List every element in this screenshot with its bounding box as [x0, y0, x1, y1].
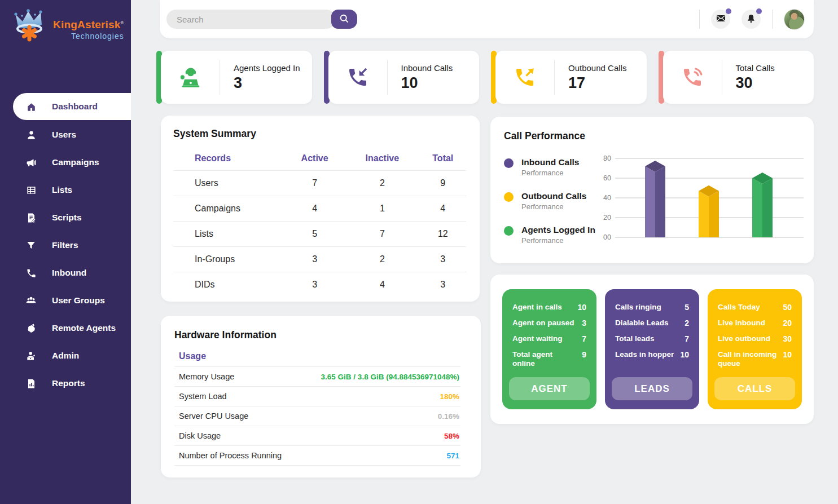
- svg-text:60: 60: [603, 174, 611, 182]
- column-header: Inactive: [345, 148, 420, 171]
- column-header: Active: [284, 148, 345, 171]
- live-status-card: Agent in calls 10 Agent on paused 3 Agen…: [490, 275, 814, 424]
- panel-value: 30: [783, 334, 792, 343]
- stat-value: 3: [234, 74, 300, 92]
- sidebar-item-label: Campaigns: [52, 157, 99, 167]
- user-icon: [25, 129, 37, 140]
- hardware-label: Memory Usage: [179, 372, 234, 381]
- panel-label: Total leads: [615, 334, 655, 343]
- funnel-icon: [25, 240, 37, 251]
- list-icon: [25, 184, 37, 196]
- panel-label: Agent in calls: [512, 303, 562, 312]
- sidebar-item-inbound[interactable]: Inbound: [0, 259, 131, 286]
- sidebar-item-scripts[interactable]: Scripts: [0, 204, 131, 231]
- panel-value: 7: [582, 334, 586, 343]
- user-group-icon: [25, 295, 37, 306]
- search-input[interactable]: [166, 10, 336, 29]
- panel-row: Agent in calls 10: [512, 303, 586, 312]
- sidebar-item-remote-agents[interactable]: Remote Agents: [0, 315, 131, 342]
- hardware-title: Hardware Information: [174, 329, 460, 341]
- chart-title: Call Performance: [504, 130, 814, 142]
- sidebar-item-users[interactable]: Users: [0, 121, 131, 148]
- mail-icon: [716, 13, 726, 25]
- stat-card-total-calls[interactable]: Total Calls 30: [659, 51, 814, 104]
- sidebar-item-lists[interactable]: Lists: [0, 176, 131, 204]
- cell: 2: [345, 171, 420, 196]
- stat-value: 10: [401, 74, 453, 92]
- system-summary-table: Records Active Inactive Total Users729 C…: [173, 148, 466, 297]
- sidebar-item-reports[interactable]: Reports: [0, 370, 131, 397]
- remote-agent-icon: [25, 322, 37, 334]
- legend-subtitle: Performance: [521, 202, 586, 211]
- cell: 3: [420, 272, 466, 298]
- legend-dot: [504, 192, 514, 202]
- sidebar-item-label: Dashboard: [52, 101, 98, 112]
- panel-value: 10: [680, 350, 689, 359]
- stat-card-agents-logged-in[interactable]: Agents Logged In 3: [156, 51, 312, 104]
- calls-button[interactable]: CALLS: [714, 377, 795, 400]
- cell: 4: [284, 196, 345, 222]
- legend-name: Agents Logged In: [521, 225, 595, 235]
- svg-text:20: 20: [603, 214, 611, 222]
- cell: Lists: [173, 222, 284, 247]
- cell: 12: [420, 222, 466, 247]
- messages-button[interactable]: [711, 10, 730, 29]
- agent-button[interactable]: AGENT: [509, 377, 590, 400]
- system-summary-title: System Summary: [173, 128, 466, 140]
- notification-dot: [726, 8, 731, 14]
- cell: In-Groups: [173, 247, 284, 272]
- panel-value: 50: [783, 303, 792, 312]
- phone-outgoing-icon: [495, 66, 554, 89]
- panel-label: Leads in hopper: [615, 350, 674, 359]
- stat-value: 30: [736, 74, 775, 92]
- avatar[interactable]: [784, 9, 805, 30]
- legend-dot: [504, 158, 514, 168]
- sidebar-item-admin[interactable]: Admin: [0, 342, 131, 369]
- bell-icon: [746, 14, 756, 25]
- sidebar-item-filters[interactable]: Filters: [0, 232, 131, 259]
- divider: [772, 10, 773, 29]
- logo-name: KingAsterisk®: [53, 19, 124, 31]
- stat-label: Agents Logged In: [234, 63, 300, 73]
- admin-icon: [25, 350, 37, 361]
- cell: 1: [345, 196, 420, 222]
- hardware-value: 0.16%: [438, 412, 459, 421]
- cell: 3: [284, 247, 345, 272]
- notifications-button[interactable]: [742, 10, 761, 29]
- sidebar-item-user-groups[interactable]: User Groups: [0, 287, 131, 314]
- panel-row: Calls ringing 5: [615, 303, 689, 312]
- divider: [699, 10, 700, 29]
- search-button[interactable]: [331, 10, 357, 29]
- legend-item: Outbound Calls Performance: [504, 191, 595, 211]
- legend-item: Agents Logged In Performance: [504, 225, 595, 245]
- sidebar-item-label: Users: [52, 130, 76, 140]
- topbar: [160, 0, 814, 38]
- sidebar-item-dashboard[interactable]: Dashboard: [13, 93, 131, 120]
- hardware-label: Number of Process Running: [179, 451, 282, 460]
- table-row: Users729: [173, 171, 466, 196]
- cell: 2: [345, 247, 420, 272]
- logo-subname: Technologies: [71, 32, 124, 41]
- sidebar-item-label: Reports: [52, 378, 85, 388]
- stat-value: 17: [568, 74, 626, 92]
- registered-mark: ®: [121, 20, 124, 25]
- panel-value: 10: [783, 350, 792, 368]
- panel-row: Dialable Leads 2: [615, 319, 689, 328]
- leads-button[interactable]: LEADS: [612, 377, 692, 400]
- notification-dot: [756, 8, 762, 14]
- panel-row: Live inbound 20: [718, 319, 792, 328]
- search-bar: [166, 10, 357, 29]
- svg-text:40: 40: [603, 194, 611, 202]
- panel-label: Calls Today: [718, 303, 760, 312]
- cell: 4: [345, 272, 420, 298]
- cell: 7: [345, 222, 420, 247]
- stat-card-outbound-calls[interactable]: Outbound Calls 17: [491, 51, 647, 104]
- cell: Users: [173, 171, 284, 196]
- sidebar-item-campaigns[interactable]: Campaigns: [0, 149, 131, 176]
- call-performance-card: Call Performance Inbound Calls Performan…: [490, 117, 814, 263]
- panel-value: 20: [783, 319, 792, 328]
- stat-card-inbound-calls[interactable]: Inbound Calls 10: [324, 51, 480, 104]
- usage-section-header: Usage: [174, 341, 460, 367]
- cell: 9: [420, 171, 466, 196]
- hardware-row: Disk Usage 58%: [174, 426, 460, 446]
